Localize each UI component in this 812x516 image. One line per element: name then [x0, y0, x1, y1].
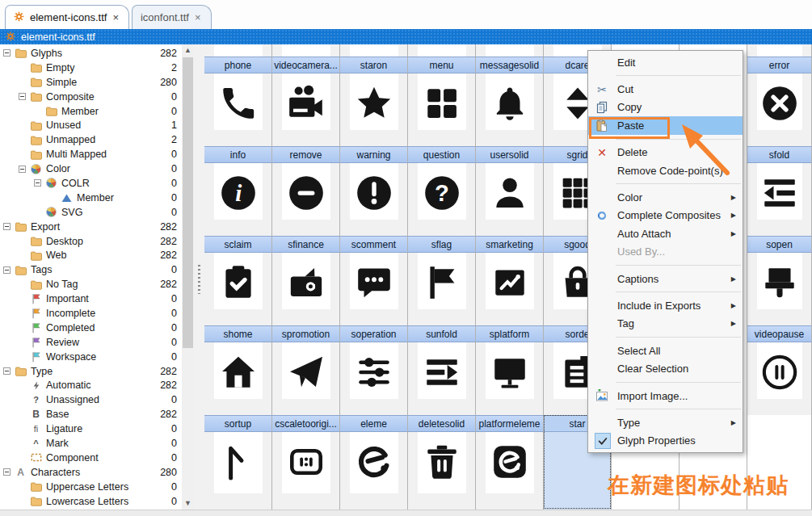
glyph-caption[interactable]: soperation — [340, 325, 408, 342]
glyph-caption[interactable]: shome — [204, 325, 272, 342]
glyph-cell[interactable]: i — [204, 163, 272, 236]
menu-item-cut[interactable]: ✂Cut — [588, 80, 743, 98]
glyph-caption[interactable]: sunfold — [408, 325, 476, 342]
tree-item-web[interactable]: Web282 — [0, 248, 182, 262]
glyph-cell[interactable] — [340, 342, 408, 415]
tree-expander-icon[interactable] — [3, 468, 11, 476]
glyph-cell[interactable] — [340, 163, 408, 236]
tree-expander-icon[interactable] — [3, 49, 11, 57]
tree-item-svg[interactable]: SVG0 — [0, 205, 182, 220]
tree-item-important[interactable]: Important0 — [0, 292, 182, 306]
glyph-caption[interactable]: phone — [204, 57, 272, 73]
tree-item-glyphs[interactable]: Glyphs282 — [0, 46, 182, 61]
glyph-caption[interactable]: sortup — [204, 415, 272, 432]
tree-scrollbar[interactable]: ▲ ▼ — [182, 44, 194, 510]
glyph-caption[interactable]: splatform — [476, 325, 544, 342]
glyph-cell[interactable] — [747, 342, 812, 415]
tab-close-icon[interactable]: × — [195, 12, 201, 23]
tree-item-uppercase-letters[interactable]: Uppercase Letters0 — [0, 480, 182, 494]
tree-item-unassigned[interactable]: ?Unassigned0 — [0, 392, 182, 407]
tree-item-colr[interactable]: COLR0 — [0, 176, 182, 191]
tree-item-review[interactable]: Review0 — [0, 335, 182, 350]
tree-expander-icon[interactable] — [34, 179, 41, 187]
glyph-cell[interactable] — [204, 73, 272, 146]
glyph-cell[interactable] — [204, 432, 272, 510]
glyph-caption[interactable]: staron — [340, 57, 408, 73]
tree-item-lowercase-letters[interactable]: Lowercase Letters0 — [0, 494, 182, 509]
tree-item-workspace[interactable]: Workspace0 — [0, 350, 182, 364]
tree-item-composite[interactable]: Composite0 — [0, 90, 182, 104]
tree-item-incomplete[interactable]: Incomplete0 — [0, 306, 182, 321]
glyph-cell[interactable] — [340, 73, 408, 146]
glyph-cell[interactable] — [476, 73, 544, 146]
tree-item-member[interactable]: Member0 — [0, 104, 182, 119]
menu-item-import-image[interactable]: Import Image... — [588, 387, 743, 405]
glyph-caption[interactable]: usersolid — [476, 146, 544, 163]
menu-item-type[interactable]: Type▶ — [588, 413, 743, 431]
menu-item-color[interactable]: Color▶ — [588, 188, 743, 206]
glyph-cell[interactable] — [272, 163, 340, 236]
menu-item-edit[interactable]: Edit — [588, 53, 743, 71]
glyph-caption[interactable]: platformeleme — [476, 415, 544, 432]
tree-item-desktop[interactable]: Desktop282 — [0, 234, 182, 249]
glyph-cell[interactable] — [408, 73, 476, 146]
tree-item-type[interactable]: Type282 — [0, 364, 182, 379]
tree-item-ligature[interactable]: fiLigature0 — [0, 422, 182, 436]
glyph-caption[interactable]: videopause — [747, 325, 812, 342]
tree-item-automatic[interactable]: Automatic282 — [0, 378, 182, 392]
glyph-cell[interactable] — [204, 342, 272, 415]
tree-item-tags[interactable]: Tags0 — [0, 262, 182, 277]
glyph-caption[interactable]: remove — [272, 146, 340, 163]
glyph-caption[interactable]: question — [408, 146, 476, 163]
glyph-cell[interactable] — [476, 163, 544, 236]
glyph-cell[interactable] — [408, 342, 476, 415]
scroll-down-icon[interactable]: ▼ — [182, 497, 194, 510]
glyph-cell[interactable] — [272, 73, 340, 146]
tab-element-icons-ttf[interactable]: element-icons.ttf× — [5, 5, 129, 29]
glyph-caption[interactable]: cscaletoorigi... — [272, 415, 340, 432]
glyph-caption[interactable]: sflag — [408, 236, 476, 253]
tree-item-completed[interactable]: Completed0 — [0, 321, 182, 335]
tree-item-unmapped[interactable]: Unmapped2 — [0, 132, 182, 147]
tree-item-characters[interactable]: ACharacters280 — [0, 465, 182, 480]
tree-expander-icon[interactable] — [3, 223, 11, 230]
glyph-caption[interactable]: deletesolid — [408, 415, 476, 432]
glyph-caption[interactable]: info — [204, 146, 272, 163]
scroll-up-icon[interactable]: ▲ — [182, 44, 194, 57]
glyph-cell[interactable] — [747, 163, 812, 236]
glyph-cell[interactable] — [408, 253, 476, 325]
glyph-cell[interactable] — [272, 342, 340, 415]
glyph-cell[interactable] — [747, 253, 812, 325]
panel-splitter[interactable] — [194, 44, 204, 510]
glyph-caption[interactable]: warning — [340, 146, 408, 163]
menu-item-glyph-properties[interactable]: Glyph Properties — [588, 432, 743, 450]
glyph-caption[interactable]: error — [747, 57, 812, 73]
tree-item-export[interactable]: Export282 — [0, 220, 182, 234]
tree-expander-icon[interactable] — [19, 166, 26, 173]
tree-item-simple[interactable]: Simple280 — [0, 75, 182, 90]
glyph-cell[interactable] — [272, 253, 340, 325]
glyph-caption[interactable]: menu — [408, 57, 476, 73]
tree-expander-icon[interactable] — [3, 367, 11, 375]
scrollbar-thumb[interactable] — [183, 57, 193, 348]
glyph-cell[interactable] — [340, 253, 408, 325]
menu-item-tag[interactable]: Tag▶ — [588, 315, 743, 333]
glyph-cell[interactable] — [476, 253, 544, 325]
glyph-caption[interactable]: smarketing — [476, 236, 544, 253]
menu-item-auto-attach[interactable]: Auto Attach▶ — [588, 224, 743, 242]
glyph-caption[interactable]: scomment — [340, 236, 408, 253]
glyph-cell[interactable] — [204, 253, 272, 325]
menu-item-select-all[interactable]: Select All — [588, 342, 743, 359]
glyph-caption[interactable]: eleme — [340, 415, 408, 432]
menu-item-complete-composites[interactable]: Complete Composites▶ — [588, 207, 743, 224]
glyph-caption[interactable]: sclaim — [204, 236, 272, 253]
tree-item-empty[interactable]: Empty2 — [0, 61, 182, 75]
menu-item-include-in-exports[interactable]: Include in Exports▶ — [588, 296, 743, 314]
menu-item-copy[interactable]: Copy — [588, 99, 743, 116]
tree-item-multi-mapped[interactable]: Multi Mapped0 — [0, 147, 182, 162]
tree-item-mark[interactable]: ^Mark0 — [0, 436, 182, 451]
tree-item-unused[interactable]: Unused1 — [0, 118, 182, 132]
glyph-caption[interactable]: sfold — [747, 146, 812, 163]
tree-item-member[interactable]: Member0 — [0, 191, 182, 205]
tree-expander-icon[interactable] — [3, 266, 11, 274]
